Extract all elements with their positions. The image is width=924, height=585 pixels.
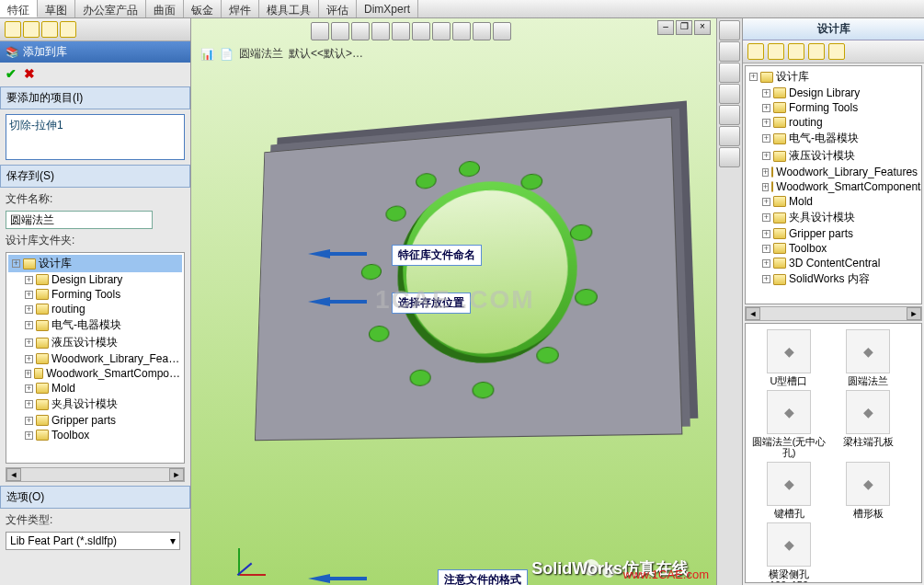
tree-item[interactable]: +Forming Tools	[747, 100, 919, 115]
tree-item[interactable]: +电气-电器模块	[8, 316, 182, 334]
taskpane-appearances[interactable]	[719, 105, 740, 125]
cancel-button[interactable]: ✖	[24, 66, 35, 81]
tree-item[interactable]: +Design Library	[747, 86, 919, 100]
expand-icon[interactable]: +	[25, 321, 33, 329]
tree-item[interactable]: +Woodwork_Library_Fea…	[8, 351, 182, 366]
scroll-left-button[interactable]: ◄	[746, 307, 760, 320]
zoom-fit-button[interactable]	[311, 22, 329, 40]
tree-item[interactable]: +SolidWorks 内容	[747, 270, 919, 288]
display-style-button[interactable]	[412, 22, 430, 40]
expand-icon[interactable]: +	[25, 400, 33, 408]
taskpane-forum[interactable]	[719, 147, 740, 167]
tree-item[interactable]: +Design Library	[8, 272, 182, 287]
taskpane-design-library[interactable]	[719, 41, 740, 62]
taskpane-view-palette[interactable]	[719, 84, 740, 104]
dl-new-folder-button[interactable]	[808, 43, 825, 60]
expand-icon[interactable]: +	[25, 291, 33, 299]
dl-add-location-button[interactable]	[788, 43, 804, 60]
tree-item[interactable]: +Mold	[8, 381, 182, 396]
scroll-right-button[interactable]: ►	[169, 468, 184, 481]
expand-icon[interactable]: +	[762, 168, 769, 177]
pm-tab-4[interactable]	[60, 21, 76, 38]
scene-button[interactable]	[452, 22, 471, 40]
expand-icon[interactable]: +	[762, 119, 770, 127]
tree-item[interactable]: +3D ContentCentral	[747, 256, 919, 270]
taskpane-file-explorer[interactable]	[719, 63, 740, 83]
tree-item[interactable]: +Woodwork_SmartCompo…	[8, 366, 182, 381]
tree-item[interactable]: +Toolbox	[8, 428, 182, 442]
window-restore-button[interactable]: ❐	[676, 20, 692, 35]
tab-features[interactable]: 特征	[0, 0, 38, 17]
tree-item[interactable]: +routing	[8, 302, 182, 316]
tab-evaluate[interactable]: 评估	[319, 0, 357, 17]
pm-tab-1[interactable]	[5, 21, 21, 38]
expand-icon[interactable]: +	[25, 338, 33, 347]
expand-icon[interactable]: +	[25, 305, 33, 314]
tree-item[interactable]: +Toolbox	[747, 241, 919, 256]
expand-icon[interactable]: +	[25, 355, 33, 363]
library-thumbnail[interactable]: ◆圆端法兰	[830, 329, 906, 386]
expand-icon[interactable]: +	[25, 276, 33, 284]
hide-show-button[interactable]	[432, 22, 451, 40]
expand-icon[interactable]: +	[25, 370, 31, 378]
expand-icon[interactable]: +	[25, 384, 33, 393]
tab-sketch[interactable]: 草图	[38, 0, 75, 17]
breadcrumb[interactable]: 📊 📄 圆端法兰 默认<<默认>…	[200, 46, 363, 62]
tree-item[interactable]: +Woodwork_Library_Features	[747, 165, 919, 179]
library-thumbnail[interactable]: ◆槽形板	[830, 462, 906, 519]
tree-item[interactable]: +routing	[747, 115, 919, 130]
tree-item[interactable]: +夹具设计模块	[8, 396, 182, 413]
tree-item[interactable]: +Gripper parts	[8, 413, 182, 428]
expand-icon[interactable]: +	[25, 431, 33, 440]
expand-icon[interactable]: +	[762, 104, 770, 112]
tree-item[interactable]: +电气-电器模块	[747, 130, 919, 147]
items-selection-box[interactable]: 切除-拉伸1	[6, 114, 185, 160]
library-thumbnail[interactable]: ◆圆端法兰(无中心孔)	[751, 390, 827, 458]
section-view-button[interactable]	[371, 22, 390, 40]
taskpane-resources[interactable]	[719, 20, 740, 40]
ok-button[interactable]: ✔	[6, 66, 17, 81]
expand-icon[interactable]: +	[762, 213, 770, 222]
pm-tab-2[interactable]	[23, 21, 40, 38]
folder-tree[interactable]: +设计库+Design Library+Forming Tools+routin…	[6, 252, 185, 464]
tree-item[interactable]: +液压设计模块	[747, 147, 919, 165]
orientation-triad[interactable]	[233, 535, 279, 581]
folder-tree-hscroll[interactable]: ◄ ►	[6, 467, 185, 482]
expand-icon[interactable]: +	[762, 134, 770, 143]
dl-forward-button[interactable]	[768, 43, 784, 60]
expand-icon[interactable]: +	[762, 183, 769, 191]
tree-item[interactable]: +设计库	[747, 68, 919, 86]
appearance-button[interactable]	[473, 22, 491, 40]
expand-icon[interactable]: +	[762, 89, 770, 98]
dl-back-button[interactable]	[747, 43, 764, 60]
expand-icon[interactable]: +	[762, 245, 770, 253]
expand-icon[interactable]: +	[749, 73, 758, 81]
filetype-combo[interactable]: Lib Feat Part (*.sldlfp) ▾	[6, 532, 180, 550]
library-thumbnail[interactable]: ◆梁柱端孔板	[830, 390, 906, 458]
expand-icon[interactable]: +	[762, 230, 770, 238]
expand-icon[interactable]: +	[762, 198, 770, 206]
tree-item[interactable]: +夹具设计模块	[747, 209, 919, 226]
tab-weldments[interactable]: 焊件	[222, 0, 259, 17]
window-minimize-button[interactable]: –	[657, 20, 674, 35]
graphics-viewport[interactable]: – ❐ × 📊 📄 圆端法兰 默认<<默认>…	[191, 18, 716, 585]
tab-office[interactable]: 办公室产品	[75, 0, 146, 17]
library-thumbnail[interactable]: ◆横梁侧孔 100x150	[751, 522, 827, 583]
tree-item[interactable]: +Mold	[747, 194, 919, 209]
view-settings-button[interactable]	[493, 22, 511, 40]
tab-moldtools[interactable]: 模具工具	[259, 0, 319, 17]
section-saveto[interactable]: 保存到(S)	[0, 165, 190, 188]
library-thumbnail[interactable]: ◆U型槽口	[751, 329, 827, 386]
library-thumbnail[interactable]: ◆键槽孔	[751, 462, 827, 519]
prev-view-button[interactable]	[351, 22, 370, 40]
tree-item[interactable]: +Woodwork_SmartComponents	[747, 179, 919, 194]
view-orientation-button[interactable]	[392, 22, 410, 40]
zoom-area-button[interactable]	[331, 22, 349, 40]
tree-item[interactable]: +Gripper parts	[747, 226, 919, 241]
dl-refresh-button[interactable]	[828, 43, 845, 60]
section-options[interactable]: 选项(O)	[0, 486, 190, 509]
tab-dimxpert[interactable]: DimXpert	[357, 0, 418, 17]
tree-item[interactable]: +液压设计模块	[8, 334, 182, 351]
design-library-tree[interactable]: +设计库+Design Library+Forming Tools+routin…	[745, 65, 922, 304]
design-library-thumbnails[interactable]: ◆U型槽口◆圆端法兰◆圆端法兰(无中心孔)◆梁柱端孔板◆键槽孔◆槽形板◆横梁侧孔…	[745, 323, 922, 583]
